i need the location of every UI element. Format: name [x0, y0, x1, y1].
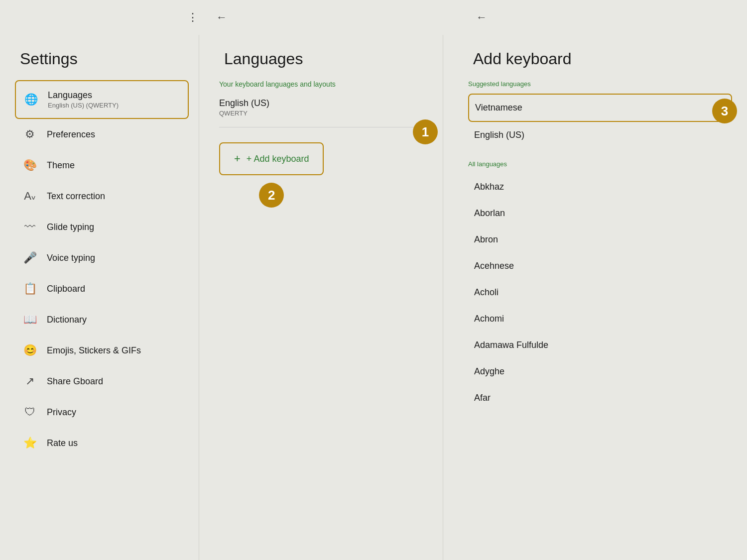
more-options-icon[interactable]: ⋮	[184, 8, 201, 27]
privacy-icon: 🛡	[23, 406, 37, 419]
languages-sublabel: English (US) (QWERTY)	[48, 102, 119, 109]
settings-item-voice-typing[interactable]: 🎤Voice typing	[15, 242, 189, 273]
add-keyboard-button[interactable]: + + Add keyboard	[219, 142, 324, 175]
emojis-icon: 😊	[23, 344, 37, 357]
languages-icon: 🌐	[24, 93, 38, 106]
settings-item-preferences[interactable]: ⚙Preferences	[15, 119, 189, 150]
theme-label: Theme	[47, 160, 75, 171]
add-keyboard-wrapper: + + Add keyboard 2	[219, 137, 324, 175]
lang-achomi[interactable]: Achomi	[468, 306, 732, 332]
emojis-text: Emojis, Stickers & GIFs	[47, 345, 141, 356]
rate-us-text: Rate us	[47, 438, 78, 448]
settings-item-languages[interactable]: 🌐LanguagesEnglish (US) (QWERTY)	[15, 80, 189, 119]
right-nav: ←	[473, 8, 490, 27]
step-badge-1: 1	[413, 119, 438, 144]
languages-panel: Languages Your keyboard languages and la…	[199, 35, 443, 560]
settings-item-privacy[interactable]: 🛡Privacy	[15, 397, 189, 428]
dictionary-text: Dictionary	[47, 315, 87, 325]
main-content: Settings 🌐LanguagesEnglish (US) (QWERTY)…	[0, 35, 747, 560]
languages-title: Languages	[219, 50, 428, 68]
settings-title: Settings	[15, 50, 199, 68]
suggested-section: Vietnamese English (US) 3	[468, 94, 732, 148]
settings-item-theme[interactable]: 🎨Theme	[15, 150, 189, 181]
settings-item-share-gboard[interactable]: ↗Share Gboard	[15, 366, 189, 397]
preferences-text: Preferences	[47, 129, 95, 140]
center-nav: ⋮ ←	[184, 8, 230, 27]
plus-icon: +	[234, 152, 241, 165]
add-keyboard-label: + Add keyboard	[247, 154, 309, 164]
language-entry-english[interactable]: English (US) QWERTY	[219, 98, 428, 117]
dictionary-icon: 📖	[23, 313, 37, 326]
privacy-label: Privacy	[47, 407, 76, 418]
glide-typing-label: Glide typing	[47, 222, 94, 232]
emojis-label: Emojis, Stickers & GIFs	[47, 345, 141, 356]
settings-item-clipboard[interactable]: 📋Clipboard	[15, 273, 189, 304]
back-button-center[interactable]: ←	[213, 8, 230, 27]
glide-typing-icon: 〰	[23, 221, 37, 233]
divider	[219, 127, 428, 127]
preferences-icon: ⚙	[23, 128, 37, 141]
settings-item-emojis[interactable]: 😊Emojis, Stickers & GIFs	[15, 335, 189, 366]
language-name: English (US)	[219, 98, 428, 109]
settings-panel: Settings 🌐LanguagesEnglish (US) (QWERTY)…	[0, 35, 199, 560]
all-languages-list: AbkhazAborlanAbronAcehneseAcholiAchomiAd…	[468, 174, 732, 411]
settings-items-list: 🌐LanguagesEnglish (US) (QWERTY)⚙Preferen…	[15, 80, 199, 458]
clipboard-icon: 📋	[23, 282, 37, 295]
rate-us-icon: ⭐	[23, 437, 37, 449]
lang-adamawa-fulfulde[interactable]: Adamawa Fulfulde	[468, 332, 732, 358]
settings-item-glide-typing[interactable]: 〰Glide typing	[15, 212, 189, 242]
voice-typing-icon: 🎤	[23, 251, 37, 264]
share-gboard-icon: ↗	[23, 375, 37, 388]
all-languages-label: All languages	[468, 160, 732, 168]
preferences-label: Preferences	[47, 129, 95, 140]
languages-label: Languages	[48, 90, 119, 101]
rate-us-label: Rate us	[47, 438, 78, 448]
lang-aborlan[interactable]: Aborlan	[468, 200, 732, 226]
theme-text: Theme	[47, 160, 75, 171]
voice-typing-label: Voice typing	[47, 253, 95, 263]
step-badge-3: 3	[712, 99, 737, 123]
lang-vietnamese[interactable]: Vietnamese	[468, 94, 732, 122]
clipboard-text: Clipboard	[47, 284, 85, 294]
lang-afar[interactable]: Afar	[468, 385, 732, 411]
text-correction-icon: Aᵥ	[23, 190, 37, 203]
text-correction-label: Text correction	[47, 191, 105, 202]
clipboard-label: Clipboard	[47, 284, 85, 294]
add-keyboard-panel: Add keyboard Suggested languages Vietnam…	[443, 35, 747, 560]
theme-icon: 🎨	[23, 159, 37, 172]
language-layout: QWERTY	[219, 110, 428, 117]
lang-acehnese[interactable]: Acehnese	[468, 253, 732, 279]
dictionary-label: Dictionary	[47, 315, 87, 325]
lang-abron[interactable]: Abron	[468, 226, 732, 253]
add-keyboard-title: Add keyboard	[468, 50, 732, 68]
glide-typing-text: Glide typing	[47, 222, 94, 232]
lang-adyghe[interactable]: Adyghe	[468, 358, 732, 385]
text-correction-text: Text correction	[47, 191, 105, 202]
settings-item-dictionary[interactable]: 📖Dictionary	[15, 304, 189, 335]
share-gboard-label: Share Gboard	[47, 376, 103, 387]
voice-typing-text: Voice typing	[47, 253, 95, 263]
lang-english-us[interactable]: English (US)	[468, 122, 732, 148]
languages-subtitle: Your keyboard languages and layouts	[219, 80, 428, 88]
settings-item-rate-us[interactable]: ⭐Rate us	[15, 428, 189, 458]
top-bar: ⋮ ← ←	[0, 0, 747, 35]
settings-item-text-correction[interactable]: AᵥText correction	[15, 181, 189, 212]
privacy-text: Privacy	[47, 407, 76, 418]
lang-abkhaz[interactable]: Abkhaz	[468, 174, 732, 200]
suggested-languages-label: Suggested languages	[468, 80, 732, 88]
share-gboard-text: Share Gboard	[47, 376, 103, 387]
step-badge-2: 2	[259, 183, 284, 208]
back-button-right[interactable]: ←	[473, 8, 490, 27]
lang-acholi[interactable]: Acholi	[468, 279, 732, 306]
languages-text: LanguagesEnglish (US) (QWERTY)	[48, 90, 119, 109]
